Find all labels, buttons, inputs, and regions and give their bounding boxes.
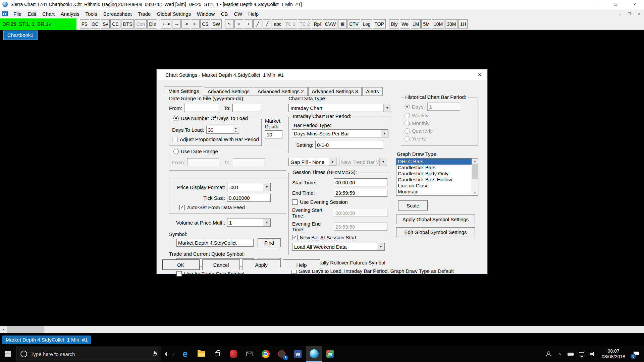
list-item[interactable]: Candlestick Body Only <box>396 171 478 177</box>
tray-expand-button[interactable] <box>554 346 565 362</box>
dialog-titlebar[interactable]: Chart Settings - Market Depth 4.StdyColl… <box>157 69 487 80</box>
taskbar-search[interactable] <box>16 346 161 362</box>
date-from-input[interactable] <box>184 104 219 112</box>
microphone-icon[interactable] <box>153 351 157 357</box>
scroll-thumb[interactable] <box>472 164 478 179</box>
setting-input[interactable] <box>315 141 383 149</box>
days-to-load-input[interactable] <box>206 126 233 134</box>
menu-file[interactable]: File <box>10 9 24 18</box>
bar-spacing-icon[interactable]: ↔ <box>172 19 181 28</box>
pointer-icon[interactable]: ↖ <box>225 19 234 28</box>
dropdown-arrow-icon[interactable] <box>263 183 270 191</box>
menu-analysis[interactable]: Analysis <box>58 9 83 18</box>
date-to-input[interactable] <box>232 104 261 112</box>
scroll-thumb[interactable] <box>7 326 44 333</box>
chart-data-type-dropdown[interactable]: Intraday Chart <box>288 104 391 112</box>
list-item[interactable]: Candlestick Bars <box>396 165 478 171</box>
taskbar-app-mail[interactable] <box>241 346 258 362</box>
people-button[interactable] <box>543 346 554 362</box>
close-button[interactable] <box>625 0 644 9</box>
edit-global-symbol-settings-button[interactable]: Edit Global Symbol Settings <box>396 227 475 237</box>
child-close-button[interactable] <box>634 9 644 18</box>
historical-weekly-radio[interactable]: Weekly <box>405 113 474 118</box>
chartbook-tab[interactable]: Chartbook1 <box>3 31 38 40</box>
dropdown-arrow-icon[interactable] <box>383 104 391 112</box>
menu-cw[interactable]: CW <box>231 9 245 18</box>
scroll-up-icon[interactable] <box>472 159 478 163</box>
dialog-close-icon[interactable] <box>472 69 487 80</box>
child-restore-button[interactable] <box>625 9 634 18</box>
bar-compress-icon[interactable]: ⇤⇥ <box>161 19 171 28</box>
cross-icon[interactable]: + <box>244 19 253 28</box>
taskbar-clock[interactable]: 08:07 08/08/2018 <box>598 348 629 360</box>
toolbar-btn-30m[interactable]: 30M <box>445 19 458 28</box>
tab-advanced-settings[interactable]: Advanced Settings <box>204 87 253 96</box>
toolbar-btn-dly[interactable]: Dly <box>389 19 399 28</box>
market-depth-input[interactable] <box>265 130 282 138</box>
taskbar-app-edge[interactable]: e <box>177 346 193 362</box>
use-date-range-radio[interactable]: Use Date Range <box>172 148 219 154</box>
trade-only-checkbox[interactable]: Use As Trade Only Symbol <box>176 271 287 277</box>
task-view-button[interactable] <box>161 346 177 362</box>
toolbar-btn-rpl[interactable]: Rpl <box>312 19 322 28</box>
menu-spreadsheet[interactable]: Spreadsheet <box>100 9 135 18</box>
tab-main-settings[interactable]: Main Settings <box>164 86 203 96</box>
toolbar-btn-5m[interactable]: 5M <box>421 19 431 28</box>
start-button[interactable] <box>0 346 16 362</box>
historical-quarterly-radio[interactable]: Quarterly <box>405 128 474 134</box>
menu-edit[interactable]: Edit <box>24 9 39 18</box>
toolbar-btn-sv[interactable]: Sv <box>101 19 110 28</box>
list-item[interactable]: Line on Close <box>396 183 478 189</box>
symbol-input[interactable] <box>176 239 254 247</box>
list-item[interactable]: OHLC Bars <box>396 159 478 165</box>
price-display-format-dropdown[interactable]: .001 <box>227 183 271 191</box>
list-item[interactable]: Candlestick Bars Hollow <box>396 177 478 183</box>
dropdown-arrow-icon[interactable] <box>381 130 388 137</box>
gap-fill-dropdown[interactable]: Gap Fill - None <box>288 158 336 166</box>
taskbar-app-media[interactable] <box>225 346 241 362</box>
toolbar-btn-sw[interactable]: SW <box>211 19 222 28</box>
toolbar-btn-cvw[interactable]: CVW <box>323 19 337 28</box>
minimize-button[interactable] <box>588 0 606 9</box>
dropdown-arrow-icon[interactable] <box>329 158 336 166</box>
dropdown-arrow-icon[interactable] <box>377 243 384 250</box>
days-spinner[interactable] <box>233 126 239 134</box>
ray-icon[interactable]: ╱ <box>263 19 271 28</box>
toolbar-btn-top[interactable]: TOP <box>373 19 386 28</box>
apply-button[interactable]: Apply <box>243 259 280 270</box>
scroll-down-icon[interactable] <box>472 191 478 195</box>
new-bar-at-session-start-checkbox[interactable]: New Bar At Session Start <box>292 235 387 240</box>
menu-cb[interactable]: CB <box>218 9 231 18</box>
toolbar-btn-we[interactable]: We <box>400 19 410 28</box>
end-time-input[interactable] <box>334 189 387 197</box>
toolbar-btn-ctv[interactable]: CTV <box>347 19 360 28</box>
toolbar-btn-log[interactable]: Log <box>361 19 372 28</box>
shift-right-icon[interactable]: ⇥ <box>181 19 190 28</box>
tick-size-input[interactable] <box>227 194 271 202</box>
crosshair-icon[interactable]: ⌖ <box>234 19 243 28</box>
search-input[interactable] <box>31 351 149 357</box>
toolbar-btn-fs[interactable]: FS <box>80 19 89 28</box>
historical-days-radio[interactable]: Days: <box>405 103 474 111</box>
toolbar-btn-1h[interactable]: 1H <box>458 19 468 28</box>
cancel-button[interactable]: Cancel <box>202 259 240 270</box>
list-item[interactable]: Mountain <box>396 189 478 195</box>
toolbar-btn-cs[interactable]: CS <box>200 19 210 28</box>
network-status[interactable] <box>576 346 587 362</box>
taskbar-app-chrome[interactable] <box>258 346 274 362</box>
horizontal-scrollbar[interactable] <box>0 326 644 333</box>
trendline-icon[interactable]: ╱ <box>253 19 262 28</box>
tab-advanced-settings-2[interactable]: Advanced Settings 2 <box>254 87 308 96</box>
use-number-of-days-radio[interactable]: Use Number Of Days To Load <box>172 115 249 121</box>
tab-alerts[interactable]: Alerts <box>362 87 382 96</box>
menu-window[interactable]: Window <box>194 9 218 18</box>
toolbar-btn-10m[interactable]: 10M <box>432 19 444 28</box>
menu-chart[interactable]: Chart <box>39 9 58 18</box>
grid-icon[interactable]: ▦ <box>338 19 347 28</box>
taskbar-app-trader[interactable]: 8 <box>274 346 290 362</box>
maximize-button[interactable] <box>606 0 625 9</box>
volume-status[interactable] <box>587 346 598 362</box>
weekend-data-dropdown[interactable]: Load All Weekend Data <box>292 243 385 251</box>
action-center-button[interactable]: 3 <box>629 346 644 362</box>
ok-button[interactable]: OK <box>162 259 200 270</box>
